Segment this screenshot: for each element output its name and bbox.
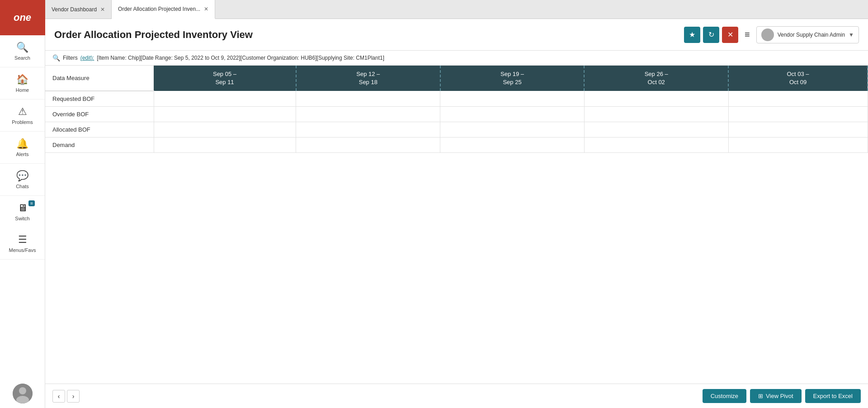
column-header-oct03: Oct 03 –Oct 09 (728, 66, 868, 91)
row-label-requested-bof: Requested BOF (45, 91, 154, 107)
prev-page-button[interactable]: ‹ (52, 390, 65, 403)
sidebar-label-chats: Chats (16, 184, 29, 189)
table-row: Requested BOF (45, 91, 868, 107)
cell-demand-sep12 (296, 138, 440, 153)
avatar-image (13, 384, 33, 403)
sidebar-label-alerts: Alerts (16, 152, 28, 157)
sidebar-label-switch: Switch (15, 216, 29, 221)
row-label-demand: Demand (45, 138, 154, 153)
search-icon: 🔍 (16, 42, 28, 53)
customize-button[interactable]: Customize (703, 389, 746, 403)
cell-override-bof-oct03 (728, 107, 868, 122)
cell-allocated-bof-sep12 (296, 122, 440, 138)
chevron-down-icon: ▼ (849, 32, 854, 38)
hamburger-menu-button[interactable]: ≡ (741, 29, 754, 40)
sidebar-item-alerts[interactable]: 🔔 Alerts (0, 132, 45, 164)
main-content: Vendor Dashboard ✕ Order Allocation Proj… (45, 0, 868, 408)
column-header-sep26: Sep 26 –Oct 02 (584, 66, 728, 91)
data-table: Data Measure Sep 05 –Sep 11 Sep 12 –Sep … (45, 66, 868, 153)
table-row: Allocated BOF (45, 122, 868, 138)
cell-demand-sep19 (440, 138, 585, 153)
sidebar-item-menus[interactable]: ☰ Menus/Favs (0, 228, 45, 260)
app-logo[interactable]: one (0, 0, 45, 35)
content-area: 🔍 Filters (edit): [Item Name: Chip][Date… (45, 51, 868, 408)
column-header-sep12: Sep 12 –Sep 18 (296, 66, 440, 91)
bell-icon: 🔔 (16, 138, 28, 150)
header-actions: ★ ↻ ✕ ≡ Vendor Supply Chain Admin ▼ (684, 26, 859, 43)
column-header-sep19: Sep 19 –Sep 25 (440, 66, 585, 91)
filter-label: Filters (63, 55, 78, 61)
bottom-bar: ‹ › Customize ⊞ View Pivot Export to Exc… (45, 384, 868, 408)
filter-text: [Item Name: Chip][Date Range: Sep 5, 202… (97, 55, 384, 61)
user-dropdown[interactable]: Vendor Supply Chain Admin ▼ (756, 26, 859, 43)
column-header-data-measure: Data Measure (45, 66, 154, 91)
cell-requested-bof-oct03 (728, 91, 868, 107)
close-button[interactable]: ✕ (722, 27, 738, 43)
pagination: ‹ › (52, 390, 80, 403)
sidebar-item-search[interactable]: 🔍 Search (0, 35, 45, 67)
refresh-button[interactable]: ↻ (703, 27, 719, 43)
cell-requested-bof-sep26 (584, 91, 728, 107)
menu-icon: ☰ (18, 234, 27, 246)
cell-requested-bof-sep12 (296, 91, 440, 107)
cell-demand-sep05 (154, 138, 296, 153)
cell-allocated-bof-sep19 (440, 122, 585, 138)
tab-vendor-dashboard[interactable]: Vendor Dashboard ✕ (45, 0, 112, 19)
tab-order-allocation-close[interactable]: ✕ (204, 6, 208, 12)
filter-bar: 🔍 Filters (edit): [Item Name: Chip][Date… (45, 51, 868, 66)
switch-badge: ≡ (28, 200, 35, 206)
cell-override-bof-sep05 (154, 107, 296, 122)
avatar[interactable] (13, 384, 33, 403)
cell-requested-bof-sep19 (440, 91, 585, 107)
sidebar-label-menus: Menus/Favs (9, 247, 36, 253)
cell-override-bof-sep19 (440, 107, 585, 122)
tab-order-allocation[interactable]: Order Allocation Projected Inven... ✕ (112, 0, 215, 19)
page-header: Order Allocation Projected Inventory Vie… (45, 19, 868, 51)
data-table-container: Data Measure Sep 05 –Sep 11 Sep 12 –Sep … (45, 66, 868, 384)
table-row: Override BOF (45, 107, 868, 122)
row-label-override-bof: Override BOF (45, 107, 154, 122)
tab-vendor-dashboard-close[interactable]: ✕ (100, 6, 105, 13)
cell-allocated-bof-sep26 (584, 122, 728, 138)
sidebar-item-home[interactable]: 🏠 Home (0, 67, 45, 100)
logo-text: one (14, 12, 31, 24)
column-header-sep05: Sep 05 –Sep 11 (154, 66, 296, 91)
filter-icon: 🔍 (52, 54, 60, 62)
favorite-button[interactable]: ★ (684, 27, 700, 43)
next-page-button[interactable]: › (67, 390, 80, 403)
cell-override-bof-sep12 (296, 107, 440, 122)
bottom-actions: Customize ⊞ View Pivot Export to Excel (703, 389, 861, 403)
cell-allocated-bof-sep05 (154, 122, 296, 138)
sidebar-label-home: Home (16, 87, 29, 93)
cell-demand-sep26 (584, 138, 728, 153)
sidebar-item-problems[interactable]: ⚠ Problems (0, 100, 45, 132)
filter-edit-link[interactable]: (edit): (80, 55, 94, 61)
sidebar-item-chats[interactable]: 💬 Chats (0, 164, 45, 196)
cell-allocated-bof-oct03 (728, 122, 868, 138)
user-name: Vendor Supply Chain Admin (778, 32, 845, 38)
sidebar: one 🔍 Search 🏠 Home ⚠ Problems 🔔 Alerts … (0, 0, 45, 408)
sidebar-label-problems: Problems (12, 119, 33, 125)
view-pivot-label: View Pivot (766, 393, 793, 399)
cell-override-bof-sep26 (584, 107, 728, 122)
svg-point-1 (19, 387, 26, 394)
cell-demand-oct03 (728, 138, 868, 153)
row-label-allocated-bof: Allocated BOF (45, 122, 154, 138)
tab-order-allocation-label: Order Allocation Projected Inven... (118, 6, 200, 12)
chat-icon: 💬 (16, 170, 28, 182)
user-avatar (761, 28, 774, 41)
sidebar-item-switch[interactable]: ≡ 🖥 Switch (0, 196, 45, 228)
sidebar-label-search: Search (14, 55, 30, 61)
view-pivot-button[interactable]: ⊞ View Pivot (750, 389, 801, 403)
page-title: Order Allocation Projected Inventory Vie… (54, 29, 684, 41)
warning-icon: ⚠ (18, 106, 27, 118)
home-icon: 🏠 (16, 74, 28, 85)
table-row: Demand (45, 138, 868, 153)
export-excel-button[interactable]: Export to Excel (805, 389, 861, 403)
tabs-bar: Vendor Dashboard ✕ Order Allocation Proj… (45, 0, 868, 19)
cell-requested-bof-sep05 (154, 91, 296, 107)
tab-vendor-dashboard-label: Vendor Dashboard (52, 6, 97, 13)
pivot-icon: ⊞ (758, 393, 763, 399)
switch-icon: 🖥 (18, 202, 28, 214)
